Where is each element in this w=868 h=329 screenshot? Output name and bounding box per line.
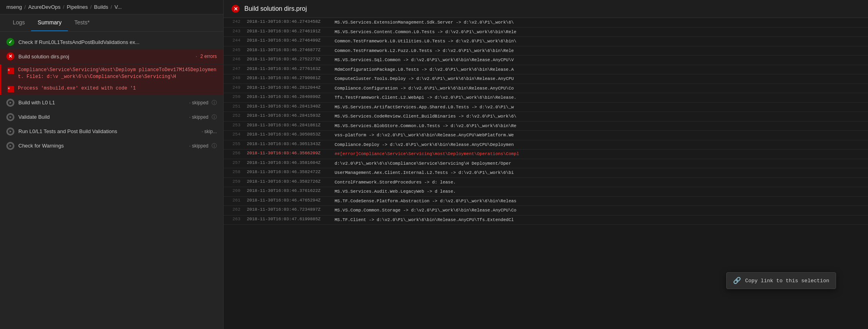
log-message: MS.VS.Comp.Common.Storage -> d:\v2.0\P1\… xyxy=(331,206,868,215)
log-timestamp: 2018-11-30T16:03:46.3761622Z xyxy=(244,187,331,194)
log-linenum: 254 xyxy=(224,131,244,138)
log-linenum: 243 xyxy=(224,28,244,35)
step-build-l0l1-label: Build with L0 L1 xyxy=(18,100,186,106)
log-message: ComputeCluster.Tools.Deploy -> d:\v2.0\P… xyxy=(331,74,868,84)
tab-summary[interactable]: Summary xyxy=(31,14,68,31)
log-linenum: 257 xyxy=(224,159,244,166)
error-block: ✕ Compliance\Service\Servicing\Host\Depl… xyxy=(0,64,223,95)
log-row[interactable]: 2582018-11-30T16:03:46.3582472ZUserManag… xyxy=(224,168,868,178)
check-icon: ✓ xyxy=(6,38,14,46)
breadcrumb-mseng[interactable]: mseng xyxy=(6,4,22,10)
log-message: MS.VS.Services.BlobStore.Common.L0.Tests… xyxy=(331,122,868,131)
log-timestamp: 2018-11-30T16:03:46.3581604Z xyxy=(244,159,331,166)
log-timestamp: 2018-11-30T16:03:46.2776163Z xyxy=(244,65,331,72)
svg-marker-1 xyxy=(10,102,12,104)
log-linenum: 263 xyxy=(224,215,244,223)
log-row[interactable]: 2632018-11-30T16:03:47.6199885ZMS.TF.Cli… xyxy=(224,215,868,225)
info-icon-1[interactable]: ⓘ xyxy=(212,99,217,106)
log-row[interactable]: 2522018-11-30T16:03:46.2841593ZMS.VS.Ser… xyxy=(224,112,868,122)
log-row[interactable]: 2612018-11-30T16:03:46.4765294ZMS.TF.Cod… xyxy=(224,197,868,206)
step-build-l0l1[interactable]: Build with L0 L1 · skipped ⓘ xyxy=(0,96,223,110)
log-row[interactable]: 2432018-11-30T16:03:46.2746191ZMS.VS.Ser… xyxy=(224,28,868,37)
breadcrumb: mseng / AzureDevOps / Pipelines / Builds… xyxy=(0,0,223,14)
log-row[interactable]: 2532018-11-30T16:03:46.2841861ZMS.VS.Ser… xyxy=(224,122,868,131)
svg-marker-3 xyxy=(10,116,12,118)
breadcrumb-azuredevops[interactable]: AzureDevOps xyxy=(28,4,61,10)
log-timestamp: 2018-11-30T16:03:47.6199885Z xyxy=(244,215,331,223)
log-row[interactable]: 2622018-11-30T16:03:46.7234897ZMS.VS.Com… xyxy=(224,206,868,215)
log-row[interactable]: 2472018-11-30T16:03:46.2776163ZMdmConfig… xyxy=(224,65,868,75)
log-row[interactable]: 2512018-11-30T16:03:46.2841340ZMS.VS.Ser… xyxy=(224,103,868,112)
right-header-error-icon: ✕ xyxy=(232,5,240,13)
log-message: Common.TestFramework.L2.Fuzz.L0.Tests ->… xyxy=(331,46,868,56)
log-linenum: 251 xyxy=(224,103,244,110)
step-build-dirs[interactable]: ✕ Build solution dirs.proj · 2 errors xyxy=(0,49,223,64)
breadcrumb-v[interactable]: V... xyxy=(115,4,122,10)
step-validate-build[interactable]: Validate Build · skipped ⓘ xyxy=(0,110,223,124)
step-run-tests[interactable]: Run L0/L1 Tests and Post Build Validatio… xyxy=(0,124,223,139)
log-linenum: 258 xyxy=(224,168,244,175)
log-row[interactable]: 2592018-11-30T16:03:46.3582726ZControlFr… xyxy=(224,178,868,187)
step-check-runtests-label: Check If RunL0L1TestsAndPostBuildValidat… xyxy=(18,39,217,45)
step-check-runtests[interactable]: ✓ Check If RunL0L1TestsAndPostBuildValid… xyxy=(0,35,223,49)
log-message: MS.VS.Services.Audit.Web.LegacyWeb -> d … xyxy=(331,187,868,196)
log-message: Tfs.TestFramework.Client.L2.WebApi -> d:… xyxy=(331,93,868,102)
breadcrumb-pipelines[interactable]: Pipelines xyxy=(67,4,88,10)
log-linenum: 242 xyxy=(224,18,244,25)
breadcrumb-builds[interactable]: Builds xyxy=(94,4,108,10)
log-row[interactable]: 2502018-11-30T16:03:46.2840890ZTfs.TestF… xyxy=(224,93,868,103)
log-row[interactable]: 2542018-11-30T16:03:46.3050853Zvss-platf… xyxy=(224,131,868,140)
error-item-msbuild[interactable]: ✕ Process 'msbuild.exe' exited with code… xyxy=(1,83,223,95)
log-linenum: 247 xyxy=(224,65,244,72)
pipeline-steps-list: ✓ Check If RunL0L1TestsAndPostBuildValid… xyxy=(0,32,223,329)
log-timestamp: 2018-11-30T16:03:46.4765294Z xyxy=(244,197,331,204)
log-row[interactable]: 2452018-11-30T16:03:46.2746877ZCommon.Te… xyxy=(224,46,868,56)
log-message: Compliance.Deploy -> d:\v2.0\P1\_work\6\… xyxy=(331,140,868,150)
log-message: Common.TestFramework.L0.Utilities.L0.Tes… xyxy=(331,37,868,46)
step-run-tests-label: Run L0/L1 Tests and Post Build Validatio… xyxy=(18,128,198,134)
tab-logs[interactable]: Logs xyxy=(6,14,31,31)
error-icon: ✕ xyxy=(6,52,14,60)
log-timestamp: 2018-11-30T16:03:46.3582726Z xyxy=(244,178,331,185)
log-linenum: 256 xyxy=(224,150,244,157)
log-area[interactable]: 2422018-11-30T16:03:46.2743458ZMS.VS.Ser… xyxy=(224,18,868,329)
error-item-compliance[interactable]: ✕ Compliance\Service\Servicing\Host\Depl… xyxy=(1,64,223,83)
copy-link-label[interactable]: Copy link to this selection xyxy=(745,278,829,284)
info-icon-2[interactable]: ⓘ xyxy=(212,114,217,121)
step-check-warnings[interactable]: Check for Warnings · skipped ⓘ xyxy=(0,139,223,153)
log-linenum: 261 xyxy=(224,197,244,204)
info-icon-4[interactable]: ⓘ xyxy=(212,142,217,150)
log-linenum: 250 xyxy=(224,93,244,100)
tabs-bar: Logs Summary Tests* xyxy=(0,14,223,32)
log-linenum: 248 xyxy=(224,74,244,82)
log-timestamp: 2018-11-30T16:03:46.2840890Z xyxy=(244,93,331,100)
log-message: ControlFramework.StoredProcedures -> d: … xyxy=(331,178,868,187)
log-message: MdmConfigurationPackage.L0.Tests -> d:\v… xyxy=(331,65,868,74)
tab-tests[interactable]: Tests* xyxy=(68,14,96,31)
log-row[interactable]: 2492018-11-30T16:03:46.2812044ZComplianc… xyxy=(224,84,868,94)
step-build-dirs-label: Build solution dirs.proj xyxy=(18,54,192,60)
copy-link-popup[interactable]: 🔗 Copy link to this selection xyxy=(726,272,836,289)
step-validate-build-label: Validate Build xyxy=(18,114,186,120)
log-timestamp: 2018-11-30T16:03:46.2790081Z xyxy=(244,74,331,82)
log-row[interactable]: 2552018-11-30T16:03:46.3051343ZComplianc… xyxy=(224,140,868,150)
log-message: MS.TF.CodeSense.Platform.Abstraction -> … xyxy=(331,197,868,206)
log-timestamp: 2018-11-30T16:03:46.2841861Z xyxy=(244,122,331,129)
log-row[interactable]: 2442018-11-30T16:03:46.2746499ZCommon.Te… xyxy=(224,37,868,46)
log-row[interactable]: 2562018-11-30T16:03:46.3566209Z##[error]… xyxy=(224,150,868,159)
log-row[interactable]: 2602018-11-30T16:03:46.3761622ZMS.VS.Ser… xyxy=(224,187,868,197)
step-check-warnings-label: Check for Warnings xyxy=(18,143,186,149)
error-msbuild-msg: Process 'msbuild.exe' exited with code '… xyxy=(18,85,136,92)
log-row[interactable]: 2482018-11-30T16:03:46.2790081ZComputeCl… xyxy=(224,74,868,84)
log-message: MS.VS.Services.CodeReview.Client_BuildBi… xyxy=(331,112,868,121)
log-row[interactable]: 2572018-11-30T16:03:46.3581604Zd:\v2.0\P… xyxy=(224,159,868,169)
log-message: MS.VS.Services.Content.Common.L0.Tests -… xyxy=(331,28,868,37)
log-row[interactable]: 2462018-11-30T16:03:46.2752273ZMS.VS.Ser… xyxy=(224,56,868,65)
error-item-icon-1: ✕ xyxy=(8,68,14,74)
log-message: UserManagement.Aex.Client.Internal.L2.Te… xyxy=(331,168,868,177)
log-linenum: 245 xyxy=(224,46,244,54)
log-linenum: 262 xyxy=(224,206,244,213)
step-build-dirs-error-count: 2 errors xyxy=(200,54,217,59)
log-message: d:\v2.0\P1\_work\6\s\Compliance\Service\… xyxy=(331,159,868,168)
log-row[interactable]: 2422018-11-30T16:03:46.2743458ZMS.VS.Ser… xyxy=(224,18,868,28)
